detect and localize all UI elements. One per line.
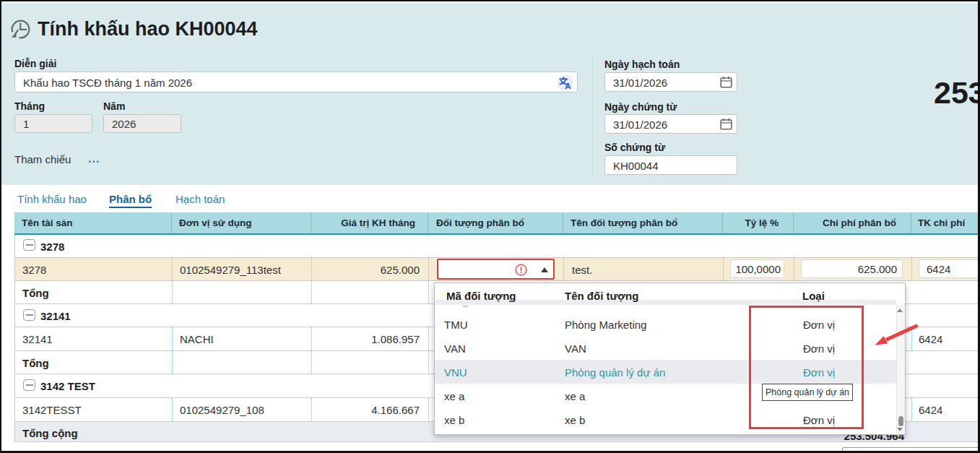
svg-text:A: A — [565, 82, 571, 90]
